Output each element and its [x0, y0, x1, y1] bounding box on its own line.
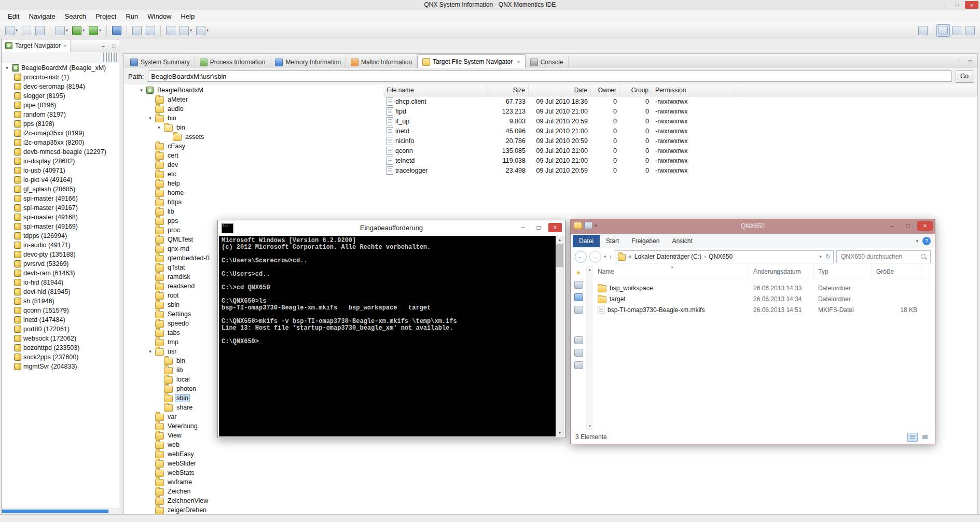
process-item[interactable]: port80 (172061): [2, 325, 120, 334]
process-item[interactable]: pvrsrvd (53269): [2, 259, 120, 269]
scrollbar-thumb[interactable]: [556, 244, 563, 267]
fs-tree-item[interactable]: etc: [124, 170, 383, 179]
column-header-owner[interactable]: Owner: [591, 84, 620, 96]
menu-project[interactable]: Project: [91, 11, 121, 21]
cmd-titlebar[interactable]: C:\ Eingabeaufforderung – □ ×: [218, 220, 565, 236]
fs-tree-item[interactable]: webSlider: [124, 459, 383, 468]
ribbon-tab-ansicht[interactable]: Ansicht: [666, 235, 698, 247]
documents-icon[interactable]: [574, 306, 583, 314]
process-item[interactable]: pps (8198): [2, 119, 120, 129]
fs-tree-item[interactable]: Zeichen: [124, 487, 383, 496]
tab-close-icon[interactable]: ×: [63, 43, 66, 49]
fs-tree-item[interactable]: ▾bin: [124, 123, 383, 132]
fs-tree-item[interactable]: https: [124, 197, 383, 207]
panel-sash[interactable]: [119, 39, 123, 515]
scroll-up-icon[interactable]: ▴: [587, 266, 593, 273]
process-item[interactable]: slogger (8195): [2, 91, 120, 101]
column-header-gr-e[interactable]: Größe: [872, 265, 921, 278]
fs-tree-item[interactable]: dev: [124, 160, 383, 170]
process-item[interactable]: devb-ram (61463): [2, 269, 120, 278]
scroll-up-icon[interactable]: ▴: [556, 236, 564, 244]
fs-tree-item[interactable]: wvframe: [124, 477, 383, 487]
delete-target-button[interactable]: [108, 53, 109, 62]
collapse-ribbon-icon[interactable]: ▾: [916, 238, 918, 244]
process-item[interactable]: spi-master (49169): [2, 222, 120, 231]
last-edit-location-button[interactable]: [164, 24, 177, 37]
process-item[interactable]: websock (172062): [2, 334, 120, 343]
fs-tree-root[interactable]: ▾BeagleBoardxM: [124, 86, 383, 95]
process-item[interactable]: spi-master (49167): [2, 203, 120, 213]
address-dropdown-icon[interactable]: ▾: [819, 254, 822, 259]
maximize-view-button[interactable]: □: [966, 58, 974, 65]
close-button[interactable]: ×: [965, 1, 978, 9]
ribbon-tab-start[interactable]: Start: [600, 235, 625, 247]
process-item[interactable]: io-display (28682): [2, 157, 120, 166]
forward-button[interactable]: →: [589, 251, 601, 263]
tab-target-file-system-navigator[interactable]: Target File System Navigator×: [417, 54, 526, 68]
explorer-titlebar[interactable]: ▾ QNX650 – □ ×: [571, 219, 935, 234]
recent-locations-dropdown-icon[interactable]: ▾: [604, 254, 606, 259]
cmd-close-button[interactable]: ×: [548, 223, 562, 232]
process-item[interactable]: gf_splash (28685): [2, 185, 120, 194]
expand-arrow-icon[interactable]: ▾: [139, 88, 144, 93]
explorer-minimize-button[interactable]: –: [886, 221, 899, 231]
expand-arrow-icon[interactable]: ▾: [147, 349, 153, 354]
tab-process-information[interactable]: Process Information: [195, 56, 271, 68]
column-header-file-name[interactable]: File name: [383, 84, 487, 96]
tab-console[interactable]: Console: [526, 56, 569, 68]
minimize-view-button[interactable]: –: [955, 58, 963, 65]
process-item[interactable]: devc-pty (135188): [2, 250, 120, 259]
explorer-maximize-button[interactable]: □: [902, 221, 914, 231]
open-perspective-button[interactable]: [916, 24, 930, 37]
menu-window[interactable]: Window: [143, 11, 176, 21]
file-row[interactable]: inetd45.09609 Jul 2010 21:0000-rwxrwxrwx: [383, 126, 977, 136]
file-row[interactable]: tracelogger23.49809 Jul 2010 20:5900-rwx…: [383, 165, 977, 175]
breadcrumb-disk[interactable]: Lokaler Datenträger (C:): [634, 253, 701, 260]
open-console-button[interactable]: [130, 24, 144, 37]
ribbon-tab-freigeben[interactable]: Freigeben: [625, 235, 666, 247]
menu-edit[interactable]: Edit: [3, 11, 24, 21]
search-input[interactable]: [840, 252, 920, 261]
cpp-perspective-button[interactable]: [950, 24, 963, 37]
explorer-row[interactable]: bsp-TI-omap3730-Beagle-xm.mkifs26.06.201…: [593, 304, 934, 315]
process-item[interactable]: procnto-instr (1): [2, 73, 120, 82]
process-item[interactable]: qconn (151579): [2, 306, 120, 315]
fs-tree-item[interactable]: zeigerDrehen: [124, 505, 383, 514]
file-row[interactable]: telnetd119.03809 Jul 2010 21:0000-rwxrwx…: [383, 156, 977, 165]
details-view-button[interactable]: [907, 433, 918, 442]
tab-target-navigator[interactable]: Target Navigator ×: [2, 40, 71, 52]
go-button[interactable]: Go: [956, 70, 973, 83]
process-item[interactable]: spi-master (49168): [2, 213, 120, 222]
column-header-date[interactable]: Date: [529, 84, 591, 96]
path-input[interactable]: [148, 70, 951, 82]
tab-close-icon[interactable]: ×: [517, 59, 520, 65]
minimize-button[interactable]: –: [935, 1, 948, 9]
menu-search[interactable]: Search: [60, 11, 91, 21]
tab-malloc-information[interactable]: Malloc Information: [346, 56, 417, 68]
process-item[interactable]: pipe (8196): [2, 101, 120, 110]
column-header-typ[interactable]: Typ: [814, 265, 872, 278]
cmd-minimize-button[interactable]: –: [517, 223, 529, 232]
debug-perspective-button[interactable]: [963, 24, 977, 37]
refresh-target-button[interactable]: [103, 53, 104, 62]
menu-run[interactable]: Run: [121, 11, 143, 21]
process-item[interactable]: i2c-omap35xx (8199): [2, 129, 120, 138]
fs-tree-item[interactable]: audio: [124, 104, 383, 114]
search-button[interactable]: [110, 24, 123, 37]
process-item[interactable]: inetd (147484): [2, 315, 120, 325]
process-item[interactable]: spi-master (49166): [2, 194, 120, 203]
icons-view-button[interactable]: [920, 433, 930, 442]
process-item[interactable]: tdpps (126994): [2, 231, 120, 241]
tree-item-root[interactable]: ▾BeagleBoardxM (Beagle_xM): [2, 63, 120, 73]
refresh-icon[interactable]: ↻: [825, 253, 831, 260]
fs-tree-item[interactable]: help: [124, 179, 383, 188]
fs-tree-item[interactable]: web: [124, 440, 383, 449]
ribbon-tab-datei[interactable]: Datei: [573, 235, 600, 247]
fs-tree-item[interactable]: ZeichnenView: [124, 496, 383, 505]
fs-tree-item[interactable]: webStats: [124, 468, 383, 477]
breadcrumb-folder[interactable]: QNX650: [709, 253, 733, 260]
terminal-screen[interactable]: Microsoft Windows [Version 6.2.9200](c) …: [219, 236, 564, 436]
back-button[interactable]: ←: [575, 251, 587, 263]
new-target-connection-button[interactable]: [106, 53, 107, 62]
save-button[interactable]: [20, 24, 33, 37]
